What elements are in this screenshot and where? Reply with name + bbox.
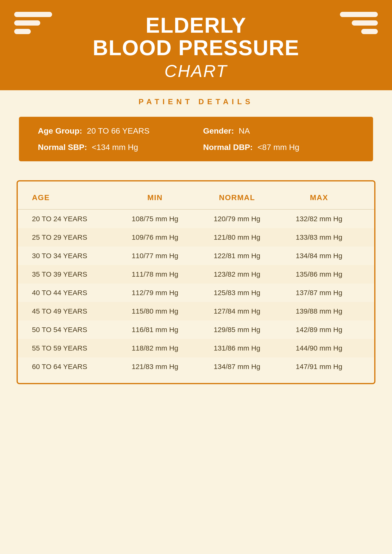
table-cell-age: 25 TO 29 YEARS xyxy=(32,233,114,241)
table-cell-min: 111/78 mm Hg xyxy=(114,270,196,278)
table-cell-age: 40 TO 44 YEARS xyxy=(32,289,114,297)
header-title-line1: ELDERLY xyxy=(9,14,383,37)
table-cell-normal: 123/82 mm Hg xyxy=(196,270,278,278)
table-cell-normal: 127/84 mm Hg xyxy=(196,307,278,315)
dec-line-5 xyxy=(352,20,378,26)
patient-section-title: PATIENT DETAILS xyxy=(19,97,373,110)
normal-sbp-value: <134 mm Hg xyxy=(92,142,138,152)
table-cell-min: 118/82 mm Hg xyxy=(114,344,196,352)
decorative-lines-right xyxy=(340,12,378,34)
age-group-value: 20 TO 66 YEARS xyxy=(87,126,150,135)
table-row: 25 TO 29 YEARS109/76 mm Hg121/80 mm Hg13… xyxy=(18,228,374,247)
table-row: 35 TO 39 YEARS111/78 mm Hg123/82 mm Hg13… xyxy=(18,265,374,284)
table-container: AGE MIN NORMAL MAX 20 TO 24 YEARS108/75 … xyxy=(17,180,375,384)
table-cell-min: 109/76 mm Hg xyxy=(114,233,196,241)
table-body: 20 TO 24 YEARS108/75 mm Hg120/79 mm Hg13… xyxy=(18,210,374,376)
table-row: 50 TO 54 YEARS116/81 mm Hg129/85 mm Hg14… xyxy=(18,320,374,339)
normal-dbp-item: Normal DBP: <87 mm Hg xyxy=(203,142,354,152)
table-cell-normal: 122/81 mm Hg xyxy=(196,252,278,260)
gender-label: Gender: xyxy=(203,126,234,135)
table-cell-normal: 131/86 mm Hg xyxy=(196,344,278,352)
table-cell-min: 108/75 mm Hg xyxy=(114,215,196,223)
dec-line-1 xyxy=(14,12,52,17)
table-cell-max: 142/89 mm Hg xyxy=(278,326,360,334)
table-cell-max: 137/87 mm Hg xyxy=(278,289,360,297)
table-cell-age: 35 TO 39 YEARS xyxy=(32,270,114,278)
normal-sbp-item: Normal SBP: <134 mm Hg xyxy=(38,142,189,152)
decorative-lines-left xyxy=(14,12,52,34)
patient-details-box: Age Group: 20 TO 66 YEARS Gender: NA Nor… xyxy=(19,117,373,161)
header-section: ELDERLY BLOOD PRESSURE CHART xyxy=(0,0,392,90)
table-cell-min: 110/77 mm Hg xyxy=(114,252,196,260)
normal-dbp-label: Normal DBP: xyxy=(203,142,253,152)
age-group-item: Age Group: 20 TO 66 YEARS xyxy=(38,126,189,135)
table-cell-min: 121/83 mm Hg xyxy=(114,363,196,371)
table-cell-min: 112/79 mm Hg xyxy=(114,289,196,297)
table-cell-age: 20 TO 24 YEARS xyxy=(32,215,114,223)
patient-section: PATIENT DETAILS Age Group: 20 TO 66 YEAR… xyxy=(0,90,392,168)
dec-line-4 xyxy=(340,12,378,17)
table-row: 20 TO 24 YEARS108/75 mm Hg120/79 mm Hg13… xyxy=(18,210,374,228)
gender-item: Gender: NA xyxy=(203,126,354,135)
header-title-line2: BLOOD PRESSURE xyxy=(9,37,383,59)
table-cell-max: 134/84 mm Hg xyxy=(278,252,360,260)
table-cell-max: 132/82 mm Hg xyxy=(278,215,360,223)
col-header-min: MIN xyxy=(114,193,196,202)
table-cell-normal: 125/83 mm Hg xyxy=(196,289,278,297)
col-header-max: MAX xyxy=(278,193,360,202)
col-header-normal: NORMAL xyxy=(196,193,278,202)
table-cell-max: 139/88 mm Hg xyxy=(278,307,360,315)
gender-value: NA xyxy=(239,126,250,135)
table-cell-max: 133/83 mm Hg xyxy=(278,233,360,241)
header-title-line3: CHART xyxy=(9,61,383,81)
dec-line-3 xyxy=(14,29,31,34)
table-cell-min: 115/80 mm Hg xyxy=(114,307,196,315)
col-header-age: AGE xyxy=(32,193,114,202)
normal-sbp-label: Normal SBP: xyxy=(38,142,87,152)
table-row: 55 TO 59 YEARS118/82 mm Hg131/86 mm Hg14… xyxy=(18,339,374,357)
table-row: 60 TO 64 YEARS121/83 mm Hg134/87 mm Hg14… xyxy=(18,357,374,376)
table-cell-age: 30 TO 34 YEARS xyxy=(32,252,114,260)
table-cell-max: 135/86 mm Hg xyxy=(278,270,360,278)
table-section: AGE MIN NORMAL MAX 20 TO 24 YEARS108/75 … xyxy=(0,168,392,554)
table-header-row: AGE MIN NORMAL MAX xyxy=(18,189,374,210)
table-cell-normal: 121/80 mm Hg xyxy=(196,233,278,241)
dec-line-6 xyxy=(361,29,378,34)
table-cell-max: 147/91 mm Hg xyxy=(278,363,360,371)
table-cell-normal: 134/87 mm Hg xyxy=(196,363,278,371)
normal-dbp-value: <87 mm Hg xyxy=(258,142,300,152)
table-cell-normal: 129/85 mm Hg xyxy=(196,326,278,334)
table-cell-age: 50 TO 54 YEARS xyxy=(32,326,114,334)
table-row: 45 TO 49 YEARS115/80 mm Hg127/84 mm Hg13… xyxy=(18,302,374,320)
dec-line-2 xyxy=(14,20,40,26)
table-cell-age: 60 TO 64 YEARS xyxy=(32,363,114,371)
table-cell-min: 116/81 mm Hg xyxy=(114,326,196,334)
table-row: 30 TO 34 YEARS110/77 mm Hg122/81 mm Hg13… xyxy=(18,247,374,265)
table-row: 40 TO 44 YEARS112/79 mm Hg125/83 mm Hg13… xyxy=(18,284,374,302)
table-cell-normal: 120/79 mm Hg xyxy=(196,215,278,223)
table-inner: AGE MIN NORMAL MAX 20 TO 24 YEARS108/75 … xyxy=(18,181,374,383)
table-cell-age: 45 TO 49 YEARS xyxy=(32,307,114,315)
table-cell-age: 55 TO 59 YEARS xyxy=(32,344,114,352)
table-cell-max: 144/90 mm Hg xyxy=(278,344,360,352)
age-group-label: Age Group: xyxy=(38,126,82,135)
